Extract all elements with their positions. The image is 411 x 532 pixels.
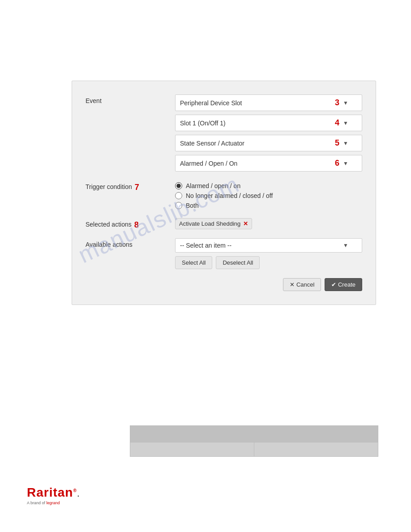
- dropdown1-step: 3: [335, 98, 339, 107]
- selected-actions-label-col: Selected actions 8: [86, 218, 175, 229]
- radio-no-longer-label: No longer alarmed / closed / off: [186, 192, 273, 199]
- dropdown3-step: 5: [335, 138, 339, 148]
- select-all-row: Select All Deselect All: [175, 256, 362, 269]
- bottom-table-cell-2: [254, 442, 378, 456]
- select-all-button[interactable]: Select All: [175, 256, 212, 269]
- bottom-table: [130, 425, 378, 457]
- available-actions-control: -- Select an item -- ▼ Select All Desele…: [175, 238, 362, 269]
- dropdown1-display[interactable]: Peripheral Device Slot 3 ▼: [175, 94, 362, 111]
- dropdown4-step: 6: [335, 159, 339, 168]
- dropdown2-arrow-icon: ▼: [343, 120, 348, 126]
- available-actions-arrow-icon: ▼: [343, 242, 348, 249]
- raritan-name: Raritan: [27, 485, 73, 499]
- radio-alarmed-label: Alarmed / open / on: [186, 182, 240, 189]
- dropdown1-value: Peripheral Device Slot: [180, 99, 242, 107]
- action-tag-label: Activate Load Shedding: [179, 220, 240, 227]
- legrand-text: legrand: [47, 501, 60, 505]
- brand-text: A brand of legrand: [27, 501, 60, 505]
- bottom-table-cell-1: [130, 442, 254, 456]
- radio-item-alarmed[interactable]: Alarmed / open / on: [175, 182, 362, 189]
- radio-no-longer-input[interactable]: [175, 192, 182, 199]
- available-actions-col: -- Select an item -- ▼ Select All Desele…: [175, 238, 362, 269]
- selected-actions-step: 8: [134, 221, 139, 229]
- available-actions-dropdown[interactable]: -- Select an item -- ▼: [175, 238, 362, 253]
- selected-actions-label: Selected actions: [86, 221, 132, 228]
- available-actions-label: Available actions: [86, 241, 133, 248]
- logo-area: Raritan®. A brand of legrand: [27, 485, 80, 505]
- available-actions-row: Available actions -- Select an item -- ▼…: [86, 238, 362, 269]
- bottom-table-row: [130, 442, 378, 456]
- bottom-table-header: [130, 426, 378, 442]
- dropdown2-display[interactable]: Slot 1 (On/Off 1) 4 ▼: [175, 115, 362, 131]
- selected-actions-control: Activate Load Shedding ✕: [175, 218, 362, 229]
- trigger-label: Trigger condition: [86, 183, 132, 190]
- remove-action-icon[interactable]: ✕: [243, 220, 248, 227]
- deselect-all-button[interactable]: Deselect All: [216, 256, 260, 269]
- event-label: Event: [86, 97, 102, 104]
- selected-actions-row: Selected actions 8 Activate Load Sheddin…: [86, 218, 362, 229]
- footer-buttons: ✕ Cancel ✔ Create: [86, 278, 362, 291]
- event-row: Event Peripheral Device Slot 3 ▼ Slot 1 …: [86, 94, 362, 172]
- page-container: Event Peripheral Device Slot 3 ▼ Slot 1 …: [0, 0, 411, 532]
- available-actions-label-col: Available actions: [86, 238, 175, 248]
- raritan-dot: ®: [73, 488, 77, 493]
- radio-item-no-longer[interactable]: No longer alarmed / closed / off: [175, 192, 362, 199]
- action-tag: Activate Load Shedding ✕: [175, 218, 252, 229]
- radio-item-both[interactable]: Both: [175, 202, 362, 209]
- cancel-button[interactable]: ✕ Cancel: [283, 278, 321, 291]
- trigger-row: Trigger condition 7 Alarmed / open / on …: [86, 180, 362, 209]
- dropdown1-arrow-icon: ▼: [343, 100, 348, 106]
- trigger-control-col: Alarmed / open / on No longer alarmed / …: [175, 180, 362, 209]
- radio-group: Alarmed / open / on No longer alarmed / …: [175, 180, 362, 209]
- trigger-step: 7: [135, 183, 139, 191]
- dropdown3-value: State Sensor / Actuator: [180, 140, 244, 147]
- event-control-col: Peripheral Device Slot 3 ▼ Slot 1 (On/Of…: [175, 94, 362, 172]
- trigger-label-col: Trigger condition 7: [86, 180, 175, 191]
- create-button[interactable]: ✔ Create: [325, 278, 362, 291]
- dropdown2-value: Slot 1 (On/Off 1): [180, 120, 226, 127]
- radio-alarmed-input[interactable]: [175, 182, 182, 189]
- event-label-col: Event: [86, 94, 175, 104]
- raritan-period: .: [77, 488, 80, 499]
- dropdown2-step: 4: [335, 118, 339, 128]
- radio-both-label: Both: [186, 202, 199, 209]
- dropdown3-arrow-icon: ▼: [343, 140, 348, 146]
- raritan-logo: Raritan®.: [27, 485, 80, 500]
- dropdown4-display[interactable]: Alarmed / Open / On 6 ▼: [175, 155, 362, 172]
- available-actions-placeholder: -- Select an item --: [180, 242, 231, 249]
- radio-both-input[interactable]: [175, 202, 182, 209]
- dropdown3-display[interactable]: State Sensor / Actuator 5 ▼: [175, 135, 362, 151]
- dropdown4-arrow-icon: ▼: [343, 160, 348, 167]
- dropdown4-value: Alarmed / Open / On: [180, 160, 237, 167]
- form-card: Event Peripheral Device Slot 3 ▼ Slot 1 …: [72, 81, 376, 305]
